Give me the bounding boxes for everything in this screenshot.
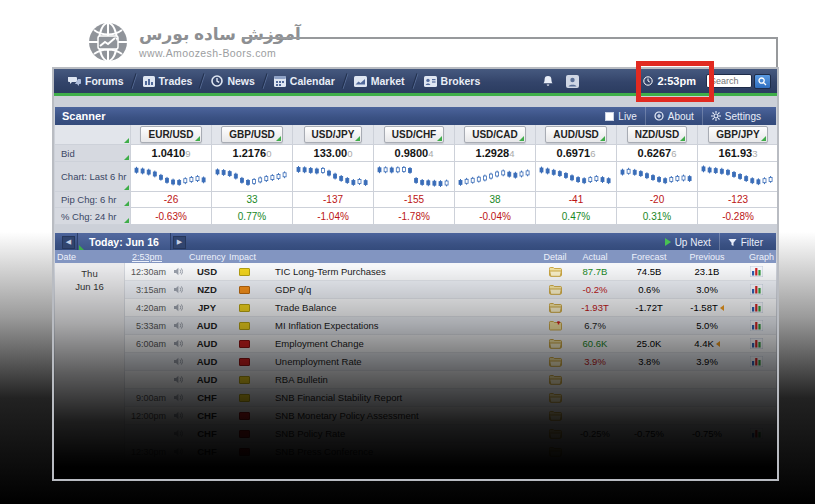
nav-tab-trades[interactable]: Trades: [134, 69, 202, 93]
scanner-title: Scanner: [62, 110, 105, 122]
up-next-button[interactable]: Up Next: [657, 233, 719, 251]
detail-folder-icon[interactable]: [540, 285, 570, 295]
candlestick-sparkline: [293, 163, 373, 191]
event-title[interactable]: GDP q/q: [261, 284, 540, 295]
event-title[interactable]: SNB Press Conference: [261, 446, 540, 457]
pair-chip-AUDUSD[interactable]: AUD/USD: [545, 126, 607, 143]
about-icon: [654, 111, 664, 121]
calendar-today-tab[interactable]: Today: Jun 16: [77, 233, 171, 251]
event-title[interactable]: Trade Balance: [261, 302, 540, 313]
calendar-event-row[interactable]: AUD Unemployment Rate 3.9% 3.8% 3.9%: [125, 353, 776, 371]
detail-folder-icon[interactable]: [540, 339, 570, 349]
graph-icon[interactable]: [736, 428, 776, 439]
pct-chg-cell: -0.04%: [455, 208, 536, 225]
detail-folder-icon[interactable]: [540, 303, 570, 313]
live-checkbox[interactable]: [605, 112, 614, 121]
detail-folder-icon[interactable]: [540, 447, 570, 457]
pct-chg-cell: 0.77%: [212, 208, 293, 225]
calendar-event-row[interactable]: CHF SNB Policy Rate -0.25% -0.75% -0.75%: [125, 425, 776, 443]
event-actual: 60.6K: [570, 338, 620, 349]
event-title[interactable]: SNB Policy Rate: [261, 428, 540, 439]
scanner-table: EUR/USDGBP/USDUSD/JPYUSD/CHFUSD/CADAUD/U…: [55, 125, 776, 225]
detail-folder-alert-icon[interactable]: [540, 320, 570, 331]
green-corner: [761, 136, 766, 141]
pair-chip-USDCAD[interactable]: USD/CAD: [464, 126, 526, 143]
detail-folder-icon[interactable]: [540, 429, 570, 439]
filter-label: Filter: [741, 237, 763, 248]
detail-folder-icon[interactable]: [540, 393, 570, 403]
graph-icon[interactable]: [736, 338, 776, 349]
calendar-event-row[interactable]: 3:15am NZD GDP q/q -0.2% 0.6% 3.0%: [125, 281, 776, 299]
pip-chg-cell: -123: [698, 192, 777, 208]
event-previous: -1.58T: [678, 302, 736, 313]
detail-folder-icon[interactable]: [540, 357, 570, 367]
detail-folder-icon[interactable]: [540, 375, 570, 385]
chart-cell: [536, 162, 617, 192]
search-button[interactable]: [754, 74, 771, 89]
nav-tab-market[interactable]: Market: [345, 69, 414, 93]
event-previous: 3.9%: [678, 356, 736, 367]
nav-tab-news[interactable]: News: [202, 69, 263, 93]
nav-tab-label: Calendar: [290, 75, 335, 87]
settings-button[interactable]: Settings: [702, 107, 769, 125]
calendar-event-row[interactable]: 5:33am AUD MI Inflation Expectations 6.7…: [125, 317, 776, 335]
pct-chg-cell: -0.28%: [698, 208, 777, 225]
page: آموزش ساده بورس www.Amoozesh-Boors.com F…: [0, 0, 815, 504]
calendar-event-row[interactable]: 9:00am CHF SNB Financial Stability Repor…: [125, 389, 776, 407]
event-previous: -0.75%: [678, 428, 736, 439]
event-currency: JPY: [187, 302, 227, 313]
event-title[interactable]: SNB Financial Stability Report: [261, 392, 540, 403]
calendar-prev-button[interactable]: ◀: [62, 236, 75, 249]
pair-chip-NZDUSD[interactable]: NZD/USD: [627, 126, 687, 143]
notifications-button[interactable]: [539, 72, 557, 90]
pair-column-header: GBP/JPY: [698, 125, 777, 145]
impact-orange-icon: [227, 286, 261, 294]
impact-yellow-icon: [227, 376, 261, 384]
calendar-event-row[interactable]: AUD RBA Bulletin: [125, 371, 776, 389]
event-title[interactable]: SNB Monetary Policy Assessment: [261, 410, 540, 421]
pip-chg-cell: 33: [212, 192, 293, 208]
calendar-event-row[interactable]: 6:00am AUD Employment Change 60.6K 25.0K…: [125, 335, 776, 353]
event-time: 6:00am: [125, 339, 169, 349]
event-title[interactable]: MI Inflation Expectations: [261, 320, 540, 331]
live-toggle[interactable]: Live: [597, 107, 644, 125]
graph-icon[interactable]: [736, 302, 776, 313]
pair-chip-GBPUSD[interactable]: GBP/USD: [221, 126, 283, 143]
calendar-event-row[interactable]: 12:30pm CHF SNB Press Conference: [125, 443, 776, 461]
calendar-event-row[interactable]: 4:20am JPY Trade Balance -1.93T -1.72T -…: [125, 299, 776, 317]
event-title[interactable]: RBA Bulletin: [261, 374, 540, 385]
nav-tab-forums[interactable]: Forums: [59, 69, 133, 93]
impact-red-icon: [227, 430, 261, 438]
green-corner: [519, 136, 524, 141]
watermark-url: www.Amoozesh-Boors.com: [139, 47, 276, 59]
graph-icon[interactable]: [736, 266, 776, 277]
graph-icon[interactable]: [736, 356, 776, 367]
pair-chip-EURUSD[interactable]: EUR/USD: [140, 126, 201, 143]
pair-chip-GBPJPY[interactable]: GBP/JPY: [708, 126, 767, 143]
chart-cell: [212, 162, 293, 192]
account-button[interactable]: [563, 72, 581, 90]
event-forecast: -1.72T: [620, 302, 678, 313]
green-corner: [124, 138, 129, 143]
event-previous: 3.0%: [678, 284, 736, 295]
pip-chg-cell: -26: [131, 192, 212, 208]
pair-chip-USDCHF[interactable]: USD/CHF: [384, 126, 444, 143]
event-title[interactable]: Unemployment Rate: [261, 356, 540, 367]
event-title[interactable]: TIC Long-Term Purchases: [261, 266, 540, 277]
pair-chip-USDJPY[interactable]: USD/JPY: [304, 126, 363, 143]
detail-folder-icon[interactable]: [540, 411, 570, 421]
detail-folder-icon[interactable]: [540, 267, 570, 277]
calendar-next-button[interactable]: ▶: [173, 236, 186, 249]
graph-icon[interactable]: [736, 284, 776, 295]
col-time-link[interactable]: 2:53pm: [125, 252, 169, 262]
event-title[interactable]: Employment Change: [261, 338, 540, 349]
col-impact: Impact: [227, 252, 261, 262]
calendar-event-row[interactable]: 12:30am USD TIC Long-Term Purchases 87.7…: [125, 263, 776, 281]
nav-tab-calendar[interactable]: Calendar: [265, 69, 344, 93]
filter-button[interactable]: Filter: [719, 233, 771, 251]
graph-icon[interactable]: [736, 320, 776, 331]
nav-tab-brokers[interactable]: Brokers: [415, 69, 490, 93]
nav-tab-label: Trades: [159, 75, 193, 87]
calendar-event-row[interactable]: 12:00pm CHF SNB Monetary Policy Assessme…: [125, 407, 776, 425]
about-button[interactable]: About: [645, 107, 702, 125]
